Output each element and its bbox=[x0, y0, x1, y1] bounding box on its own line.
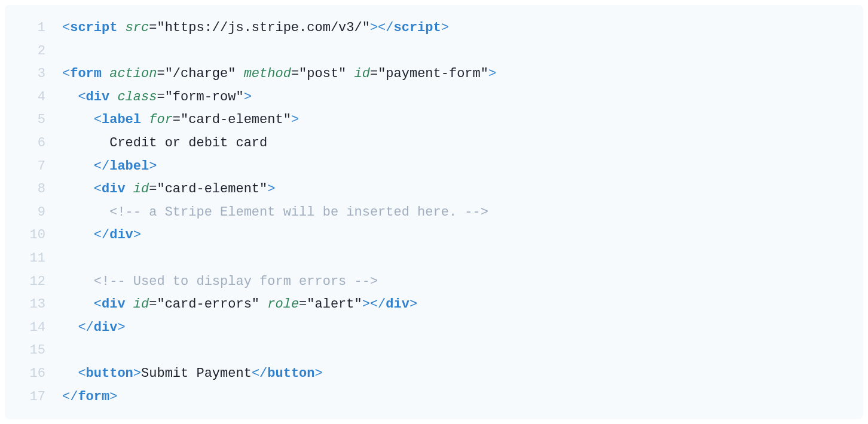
token-comment: <!-- Used to display form errors --> bbox=[94, 274, 378, 289]
token-punct: > bbox=[315, 366, 323, 381]
code-content bbox=[62, 247, 849, 271]
code-line: 9 <!-- a Stripe Element will be inserted… bbox=[19, 201, 849, 225]
line-number: 14 bbox=[19, 317, 45, 340]
token-attr: action bbox=[109, 66, 157, 81]
token-text bbox=[62, 112, 94, 127]
token-punct: > bbox=[488, 66, 496, 81]
token-text: Credit or debit card bbox=[62, 136, 267, 150]
line-number: 9 bbox=[19, 201, 45, 225]
token-punct: > bbox=[133, 366, 141, 381]
token-punct: </ bbox=[252, 366, 267, 381]
token-punct: < bbox=[78, 366, 85, 381]
code-content: <div class="form-row"> bbox=[62, 86, 849, 109]
token-punct: > bbox=[409, 297, 417, 312]
token-tag: div bbox=[102, 182, 126, 196]
token-val: "/charge" bbox=[165, 66, 236, 81]
token-punct: </ bbox=[378, 20, 393, 35]
code-content: <form action="/charge" method="post" id=… bbox=[62, 63, 849, 86]
token-text bbox=[141, 112, 149, 127]
token-attr: class bbox=[117, 90, 157, 105]
token-val: "https://js.stripe.com/v3/" bbox=[157, 20, 369, 35]
token-eq: = bbox=[157, 90, 164, 105]
token-text: Submit Payment bbox=[141, 366, 252, 381]
code-line: 16 <button>Submit Payment</button> bbox=[19, 362, 849, 386]
token-punct: > bbox=[362, 297, 370, 312]
token-text bbox=[62, 320, 78, 335]
token-eq: = bbox=[149, 20, 157, 35]
token-punct: < bbox=[94, 112, 102, 127]
token-tag: div bbox=[94, 320, 118, 335]
code-content: </div> bbox=[62, 224, 849, 247]
code-line: 13 <div id="card-errors" role="alert"></… bbox=[19, 293, 849, 317]
token-val: "post" bbox=[299, 66, 346, 81]
token-val: "card-errors" bbox=[157, 297, 259, 312]
token-text bbox=[62, 297, 94, 312]
token-punct: </ bbox=[94, 228, 109, 242]
token-punct: > bbox=[441, 20, 449, 35]
token-attr: for bbox=[149, 112, 173, 127]
code-line: 4 <div class="form-row"> bbox=[19, 86, 849, 109]
line-number: 15 bbox=[19, 339, 45, 362]
code-line: 6 Credit or debit card bbox=[19, 132, 849, 155]
token-tag: label bbox=[102, 112, 141, 127]
token-punct: </ bbox=[78, 320, 93, 335]
token-attr: role bbox=[267, 297, 299, 312]
code-line: 15 bbox=[19, 339, 849, 362]
token-punct: </ bbox=[370, 297, 386, 312]
token-punct: > bbox=[291, 112, 299, 127]
token-tag: div bbox=[109, 228, 133, 242]
code-line: 1<script src="https://js.stripe.com/v3/"… bbox=[19, 17, 849, 40]
code-content: <!-- a Stripe Element will be inserted h… bbox=[62, 201, 849, 225]
token-eq: = bbox=[299, 297, 307, 312]
token-punct: < bbox=[78, 90, 85, 105]
token-punct: < bbox=[62, 20, 70, 35]
token-val: "card-element" bbox=[157, 182, 267, 196]
token-punct: > bbox=[244, 90, 252, 105]
code-content: <label for="card-element"> bbox=[62, 109, 849, 132]
token-text bbox=[62, 159, 94, 174]
token-text bbox=[62, 90, 78, 105]
token-attr: id bbox=[133, 297, 149, 312]
token-text bbox=[62, 274, 94, 289]
code-content: </label> bbox=[62, 155, 849, 179]
line-number: 1 bbox=[19, 17, 45, 40]
token-punct: > bbox=[133, 228, 141, 242]
token-tag: form bbox=[70, 66, 102, 81]
token-eq: = bbox=[291, 66, 299, 81]
token-attr: id bbox=[354, 66, 370, 81]
token-attr: src bbox=[126, 20, 149, 35]
line-number: 4 bbox=[19, 86, 45, 109]
token-punct: < bbox=[94, 297, 102, 312]
token-val: "payment-form" bbox=[378, 66, 488, 81]
line-number: 8 bbox=[19, 178, 45, 201]
token-text bbox=[62, 228, 94, 242]
token-punct: < bbox=[62, 66, 70, 81]
line-number: 2 bbox=[19, 40, 45, 63]
token-eq: = bbox=[370, 66, 378, 81]
token-text bbox=[102, 66, 109, 81]
code-content: </div> bbox=[62, 317, 849, 340]
code-line: 5 <label for="card-element"> bbox=[19, 109, 849, 132]
token-text bbox=[346, 66, 354, 81]
code-line: 14 </div> bbox=[19, 317, 849, 340]
token-tag: div bbox=[386, 297, 409, 312]
token-comment: <!-- a Stripe Element will be inserted h… bbox=[109, 205, 488, 220]
token-val: "form-row" bbox=[165, 90, 244, 105]
code-content: Credit or debit card bbox=[62, 132, 849, 155]
token-text bbox=[62, 182, 94, 196]
code-line: 3<form action="/charge" method="post" id… bbox=[19, 63, 849, 86]
token-tag: button bbox=[86, 366, 133, 381]
token-text bbox=[109, 90, 117, 105]
code-content: <button>Submit Payment</button> bbox=[62, 362, 849, 386]
code-content: </form> bbox=[62, 386, 849, 409]
token-attr: method bbox=[244, 66, 291, 81]
token-tag: div bbox=[86, 90, 110, 105]
token-attr: id bbox=[133, 182, 149, 196]
token-tag: form bbox=[78, 389, 109, 404]
code-line: 12 <!-- Used to display form errors --> bbox=[19, 271, 849, 294]
token-text bbox=[236, 66, 243, 81]
token-eq: = bbox=[173, 112, 181, 127]
code-content: <div id="card-errors" role="alert"></div… bbox=[62, 293, 849, 317]
token-text bbox=[126, 182, 133, 196]
line-number: 7 bbox=[19, 155, 45, 179]
